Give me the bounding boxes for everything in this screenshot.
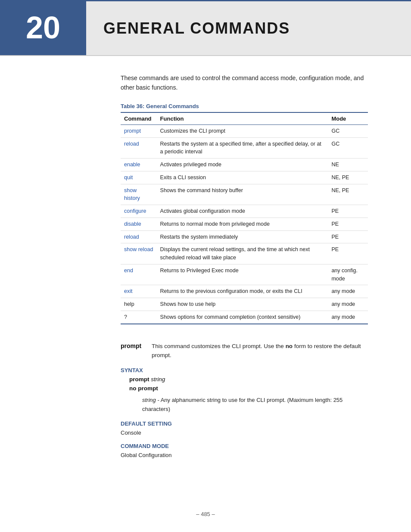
command-link[interactable]: disable <box>124 221 141 227</box>
cell-mode: NE, PE <box>328 171 368 184</box>
cell-command[interactable]: configure <box>121 205 157 218</box>
cell-function: Shows the command history buffer <box>157 184 328 205</box>
syntax-line-1: prompt string <box>129 376 368 383</box>
cmd-header-row: prompt This command customizes the CLI p… <box>121 342 368 360</box>
cell-mode: PE <box>328 243 368 264</box>
table-row: helpShows how to use helpany mode <box>121 298 368 311</box>
chapter-number-box: 20 <box>0 0 86 55</box>
cell-function: Activates global configuration mode <box>157 205 328 218</box>
table-row: ?Shows options for command completion (c… <box>121 311 368 324</box>
cmd-name-label: prompt <box>121 342 152 349</box>
cell-function: Returns to the previous configuration mo… <box>157 285 328 298</box>
syntax-line-2: no prompt <box>129 385 368 392</box>
command-link[interactable]: exit <box>124 288 132 294</box>
mode-heading: COMMAND MODE <box>121 443 368 449</box>
col-mode: Mode <box>328 112 368 125</box>
cmd-description: This command customizes the CLI prompt. … <box>152 342 368 360</box>
default-heading: DEFAULT SETTING <box>121 420 368 427</box>
syntax-cmd-2: no prompt <box>129 385 158 392</box>
command-link[interactable]: prompt <box>124 128 141 134</box>
syntax-param-1: string <box>149 376 165 383</box>
chapter-number: 20 <box>26 10 60 45</box>
cell-command[interactable]: prompt <box>121 124 157 137</box>
syntax-param-desc: string - Any alphanumeric string to use … <box>142 396 368 414</box>
page-footer: – 485 – <box>0 507 411 517</box>
content-area: These commands are used to control the c… <box>0 56 411 489</box>
command-link[interactable]: show reload <box>124 246 153 252</box>
chapter-header: 20 GENERAL COMMANDS <box>0 0 411 56</box>
cell-command[interactable]: enable <box>121 159 157 171</box>
cell-command[interactable]: show reload <box>121 243 157 264</box>
syntax-cmd-1: prompt <box>129 376 149 383</box>
cell-mode: GC <box>328 137 368 159</box>
table-row: disableReturns to normal mode from privi… <box>121 218 368 230</box>
table-row: promptCustomizes the CLI promptGC <box>121 124 368 137</box>
cell-mode: any mode <box>328 311 368 324</box>
col-command: Command <box>121 112 157 125</box>
cell-mode: PE <box>328 230 368 243</box>
cmd-desc-pre: This command customizes the CLI prompt. … <box>152 343 286 349</box>
table-row: enableActivates privileged modeNE <box>121 159 368 171</box>
page: 20 GENERAL COMMANDS These commands are u… <box>0 0 411 532</box>
cell-function: Shows how to use help <box>157 298 328 311</box>
command-link[interactable]: enable <box>124 162 140 168</box>
cell-command: ? <box>121 311 157 324</box>
cell-mode: PE <box>328 205 368 218</box>
command-link[interactable]: show history <box>124 187 140 202</box>
command-link[interactable]: end <box>124 268 133 274</box>
table-row: show reloadDisplays the current reload s… <box>121 243 368 264</box>
syntax-param-desc-text: - Any alphanumeric string to use for the… <box>142 397 342 412</box>
cell-function: Restarts the system at a specified time,… <box>157 137 328 159</box>
mode-value: Global Configuration <box>121 452 368 458</box>
command-link[interactable]: quit <box>124 174 133 180</box>
command-detail-prompt: prompt This command customizes the CLI p… <box>121 342 368 459</box>
cell-mode: PE <box>328 218 368 230</box>
cell-mode: NE <box>328 159 368 171</box>
cell-function: Shows options for command completion (co… <box>157 311 328 324</box>
cell-command[interactable]: end <box>121 264 157 285</box>
cell-function: Exits a CLI session <box>157 171 328 184</box>
table-row: configureActivates global configuration … <box>121 205 368 218</box>
table-row: reloadRestarts the system immediatelyPE <box>121 230 368 243</box>
command-link[interactable]: configure <box>124 208 146 214</box>
cell-command[interactable]: show history <box>121 184 157 205</box>
cell-mode: any mode <box>328 285 368 298</box>
cell-command[interactable]: quit <box>121 171 157 184</box>
table-row: endReturns to Privileged Exec modeany co… <box>121 264 368 285</box>
syntax-block: prompt string no prompt string - Any alp… <box>129 376 368 414</box>
cell-command[interactable]: reload <box>121 137 157 159</box>
cell-mode: GC <box>328 124 368 137</box>
syntax-param-label: string <box>142 397 156 403</box>
cmd-desc-bold: no <box>286 343 293 349</box>
cell-command[interactable]: exit <box>121 285 157 298</box>
cell-mode: NE, PE <box>328 184 368 205</box>
cell-command[interactable]: disable <box>121 218 157 230</box>
cell-mode: any mode <box>328 298 368 311</box>
command-link[interactable]: reload <box>124 141 139 147</box>
syntax-heading: SYNTAX <box>121 367 368 373</box>
commands-table: Command Function Mode promptCustomizes t… <box>121 112 368 324</box>
chapter-title-box: GENERAL COMMANDS <box>86 0 411 55</box>
col-function: Function <box>157 112 328 125</box>
table-title: Table 36: General Commands <box>121 103 368 109</box>
chapter-title: GENERAL COMMANDS <box>103 19 290 37</box>
command-link[interactable]: reload <box>124 234 139 240</box>
cell-function: Displays the current reload settings, an… <box>157 243 328 264</box>
cell-mode: any config. mode <box>328 264 368 285</box>
cell-function: Activates privileged mode <box>157 159 328 171</box>
table-row: exitReturns to the previous configuratio… <box>121 285 368 298</box>
cell-function: Customizes the CLI prompt <box>157 124 328 137</box>
table-row: reloadRestarts the system at a specified… <box>121 137 368 159</box>
cell-function: Returns to Privileged Exec mode <box>157 264 328 285</box>
cell-command[interactable]: reload <box>121 230 157 243</box>
table-header-row: Command Function Mode <box>121 112 368 125</box>
default-value: Console <box>121 429 368 436</box>
table-row: show historyShows the command history bu… <box>121 184 368 205</box>
cell-function: Returns to normal mode from privileged m… <box>157 218 328 230</box>
cell-function: Restarts the system immediately <box>157 230 328 243</box>
page-number: – 485 – <box>196 511 215 517</box>
table-row: quitExits a CLI sessionNE, PE <box>121 171 368 184</box>
cell-command: help <box>121 298 157 311</box>
intro-paragraph: These commands are used to control the c… <box>121 73 368 93</box>
